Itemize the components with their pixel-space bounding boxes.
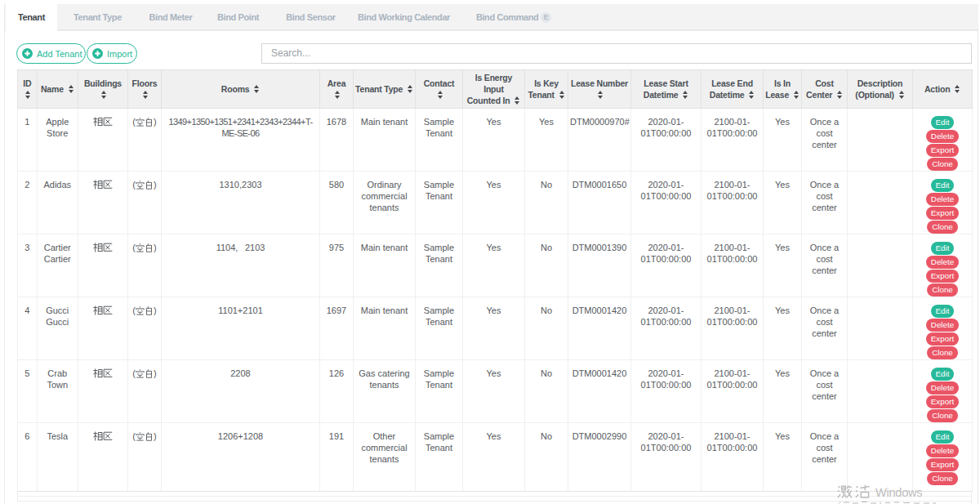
svg-text:Windows: Windows [875, 486, 922, 499]
